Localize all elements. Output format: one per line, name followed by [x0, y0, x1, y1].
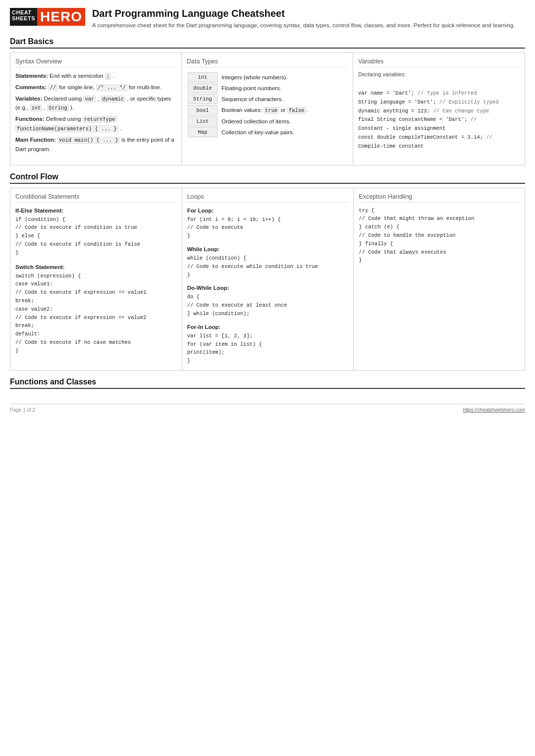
syntax-content: Statements: End with a semicolon ; . Com…: [15, 71, 176, 154]
forin-loop-code: var list = [1, 2, 3]; for (var item in l…: [187, 332, 349, 365]
data-type-name: bool: [188, 105, 217, 115]
dowhile-loop-title: Do-While Loop:: [187, 285, 349, 291]
data-type-desc: Ordered collection of items.: [218, 116, 347, 126]
if-else-code: if (condition) { // Code to execute if c…: [15, 216, 177, 257]
control-flow-header: Control Flow: [10, 172, 525, 184]
forin-loop-title: For-In Loop:: [187, 324, 349, 330]
switch-code: switch (expression) { case value1: // Co…: [15, 272, 177, 355]
page-footer: Page 1 of 2 https://cheatsheetshero.com: [10, 404, 525, 413]
data-type-desc: Integers (whole numbers).: [218, 72, 347, 82]
page-title: Dart Programming Language Cheatsheet: [92, 8, 525, 19]
data-type-row: doubleFloating-point numbers.: [188, 83, 347, 93]
data-type-row: ListOrdered collection of items.: [188, 116, 347, 126]
data-type-desc: Collection of key-value pairs.: [218, 127, 347, 137]
variables-code: var name = 'Dart'; // Type is inferred S…: [358, 80, 520, 160]
footer-url[interactable]: https://cheatsheetshero.com: [463, 407, 525, 413]
control-flow-grid: Conditional Statements If-Else Statement…: [10, 188, 525, 371]
data-type-name: int: [188, 72, 217, 82]
variables-declaring-label: Declaring variables:: [358, 71, 520, 77]
logo: CHEAT SHEETS HERO: [10, 8, 85, 26]
variables-panel: Variables Declaring variables: var name …: [353, 53, 525, 165]
syntax-panel: Syntax Overview Statements: End with a s…: [10, 53, 182, 165]
variables-title: Variables: [358, 58, 520, 67]
logo-hero-text: HERO: [37, 8, 85, 26]
data-type-row: MapCollection of key-value pairs.: [188, 127, 347, 137]
data-types-table: intIntegers (whole numbers).doubleFloati…: [187, 71, 348, 138]
while-loop-code: while (condition) { // Code to execute w…: [187, 254, 349, 279]
data-type-name: Map: [188, 127, 217, 137]
syntax-comments: Comments: // for single-line, /* ... */ …: [15, 83, 176, 92]
footer-page: Page 1 of 2: [10, 407, 35, 413]
syntax-statements: Statements: End with a semicolon ; .: [15, 71, 176, 81]
data-type-row: boolBoolean values: true or false.: [188, 105, 347, 115]
dart-basics-grid: Syntax Overview Statements: End with a s…: [10, 53, 525, 165]
for-loop-code: for (int i = 0; i < 10; i++) { // Code t…: [187, 216, 349, 240]
data-type-row: intIntegers (whole numbers).: [188, 72, 347, 82]
conditional-panel: Conditional Statements If-Else Statement…: [10, 188, 182, 371]
exception-code: try { // Code that might throw an except…: [359, 207, 520, 265]
loops-panel: Loops For Loop: for (int i = 0; i < 10; …: [182, 188, 354, 371]
data-type-desc: Boolean values: true or false.: [218, 105, 347, 115]
data-type-name: String: [188, 94, 217, 104]
functions-classes-header: Functions and Classes: [10, 378, 525, 389]
dart-basics-header: Dart Basics: [10, 37, 525, 49]
logo-left: CHEAT SHEETS: [10, 8, 37, 26]
logo-sheets-text: SHEETS: [12, 15, 35, 21]
conditional-title: Conditional Statements: [15, 193, 177, 203]
syntax-variables: Variables: Declared using var , dynamic …: [15, 94, 176, 113]
page-header: CHEAT SHEETS HERO Dart Programming Langu…: [10, 8, 525, 29]
data-types-panel: Data Types intIntegers (whole numbers).d…: [182, 53, 353, 165]
syntax-title: Syntax Overview: [15, 58, 176, 67]
exception-panel: Exception Handling try { // Code that mi…: [353, 188, 525, 371]
for-loop-title: For Loop:: [187, 208, 349, 214]
logo-cheat-text: CHEAT: [12, 9, 35, 15]
data-type-name: List: [188, 116, 217, 126]
exception-title: Exception Handling: [359, 193, 520, 203]
page-description: A comprehensive cheat sheet for the Dart…: [92, 21, 525, 29]
header-text-block: Dart Programming Language Cheatsheet A c…: [92, 8, 525, 29]
switch-title: Switch Statement:: [15, 264, 177, 270]
syntax-main: Main Function: void main() { ... } is th…: [15, 135, 176, 154]
dowhile-loop-code: do { // Code to execute at least once } …: [187, 293, 349, 318]
if-else-title: If-Else Statement:: [15, 208, 177, 214]
loops-title: Loops: [187, 193, 349, 203]
data-type-row: StringSequence of characters.: [188, 94, 347, 104]
data-types-title: Data Types: [187, 58, 348, 67]
data-type-desc: Floating-point numbers.: [218, 83, 347, 93]
data-type-name: double: [188, 83, 217, 93]
while-loop-title: While Loop:: [187, 246, 349, 252]
syntax-functions: Functions: Defined using returnTypefunct…: [15, 114, 176, 133]
data-type-desc: Sequence of characters.: [218, 94, 347, 104]
